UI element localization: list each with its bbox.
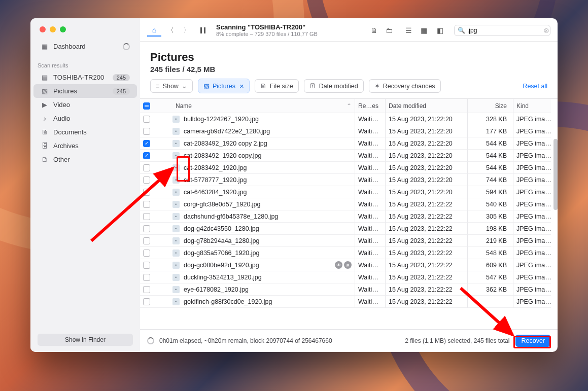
- file-kind: JPEG ima…: [513, 259, 551, 271]
- file-name: goldfinch-g88f30cd0e_1920.jpg: [184, 298, 272, 305]
- row-checkbox[interactable]: [143, 250, 150, 257]
- count-badge: 245: [113, 88, 130, 95]
- search-input-wrap[interactable]: 🔍 ⊗: [454, 25, 550, 36]
- sidebar-item-dashboard[interactable]: ▦ Dashboard: [33, 40, 137, 53]
- table-row[interactable]: ▪cat-2083492_1920.jpgWaiti…15 Aug 2023, …: [140, 162, 558, 174]
- file-name: bulldog-1224267_1920.jpg: [184, 116, 259, 123]
- maximize-icon[interactable]: [60, 26, 66, 32]
- sidebar-item-toshiba-tr200[interactable]: ▤TOSHIBA-TR200245: [33, 70, 137, 84]
- row-checkbox[interactable]: [143, 176, 150, 184]
- table-row[interactable]: ▪dachshund-gf6b45378e_1280.jpgWaiti…15 A…: [140, 210, 558, 223]
- table-row[interactable]: ▪bulldog-1224267_1920.jpgWaiti…15 Aug 20…: [140, 113, 558, 125]
- search-input[interactable]: [467, 27, 543, 34]
- show-in-finder-button[interactable]: Show in Finder: [38, 334, 133, 346]
- col-recovery[interactable]: Re…es: [355, 99, 386, 113]
- list-view-icon[interactable]: ☰: [401, 24, 416, 37]
- row-checkbox[interactable]: [143, 128, 150, 135]
- category-icon: ▤: [41, 74, 49, 81]
- minimize-icon[interactable]: [50, 26, 56, 32]
- file-name: eye-6178082_1920.jpg: [184, 286, 249, 293]
- folder-icon[interactable]: 🗀: [382, 24, 396, 37]
- picture-icon: ▧: [203, 82, 210, 90]
- select-all-checkbox[interactable]: [143, 102, 150, 110]
- table-row[interactable]: ▪cat-2083492_1920 copy 2.jpgWaiti…15 Aug…: [140, 137, 558, 150]
- date-modified: 15 Aug 2023, 21:22:22: [386, 247, 468, 259]
- sidebar-item-other[interactable]: 🗋Other: [33, 153, 137, 166]
- chevron-down-icon: ⌄: [182, 82, 187, 90]
- file-name: cat-5778777_1920.jpg: [184, 176, 247, 184]
- sidebar-item-documents[interactable]: 🗎Documents: [33, 125, 137, 139]
- file-icon[interactable]: 🗎: [367, 24, 381, 37]
- file-name: cat-6463284_1920.jpg: [184, 189, 247, 196]
- table-row[interactable]: ▪dog-g78b294a4a_1280.jpgWaiti…15 Aug 202…: [140, 235, 558, 247]
- table-row[interactable]: ▪duckling-3524213_1920.jpgWaiti…15 Aug 2…: [140, 271, 558, 283]
- recovery-status: Waiti…: [355, 235, 386, 247]
- table-row[interactable]: ▪cat-6463284_1920.jpgWaiti…15 Aug 2023, …: [140, 186, 558, 198]
- row-checkbox[interactable]: [143, 213, 150, 220]
- table-row[interactable]: ▪eye-6178082_1920.jpgWaiti…15 Aug 2023, …: [140, 283, 558, 296]
- col-name[interactable]: Name⌃: [167, 99, 355, 113]
- table-row[interactable]: ▪dog-g42dc43550_1280.jpgWaiti…15 Aug 202…: [140, 223, 558, 235]
- back-icon[interactable]: 〈: [163, 24, 178, 37]
- filter-filesize-chip[interactable]: 🗎 File size: [255, 79, 299, 93]
- table-row[interactable]: ▪dog-g835a57066_1920.jpgWaiti…15 Aug 202…: [140, 247, 558, 259]
- category-icon: ♪: [41, 115, 49, 122]
- scan-title: Scanning "TOSHIBA-TR200": [216, 23, 318, 31]
- count-badge: 245: [113, 74, 130, 81]
- row-checkbox[interactable]: [143, 298, 150, 305]
- table-row[interactable]: ▪cat-5778777_1920.jpgWaiti…15 Aug 2023, …: [140, 174, 558, 186]
- date-modified: 15 Aug 2023, 21:22:22: [386, 271, 468, 283]
- row-checkbox[interactable]: [143, 164, 150, 171]
- table-row[interactable]: ▪dog-gc080be92d_1920.jpg👁#Waiti…15 Aug 2…: [140, 259, 558, 271]
- reset-filters-link[interactable]: Reset all: [523, 83, 547, 90]
- row-checkbox[interactable]: [143, 274, 150, 281]
- file-name: dog-gc080be92d_1920.jpg: [184, 262, 259, 269]
- close-icon[interactable]: [40, 26, 46, 32]
- filter-recovery-chip[interactable]: ✶ Recovery chances: [369, 79, 441, 93]
- row-checkbox[interactable]: [143, 140, 150, 147]
- eye-icon: 👁: [335, 261, 342, 269]
- sidebar-item-audio[interactable]: ♪Audio: [33, 112, 137, 125]
- svg-rect-1: [204, 27, 205, 33]
- scrollbar[interactable]: [554, 139, 558, 210]
- status-elapsed: 0h01m elapsed, ~0h20m remain, block 2097…: [159, 337, 332, 344]
- recovery-status: Waiti…: [355, 162, 386, 174]
- row-checkbox[interactable]: [143, 201, 150, 208]
- table-row[interactable]: ▪goldfinch-g88f30cd0e_1920.jpgWaiti…15 A…: [140, 296, 558, 308]
- filter-date-chip[interactable]: 🗓 Date modified: [304, 79, 364, 93]
- col-checkbox[interactable]: [140, 99, 158, 113]
- sidebar-toggle-icon[interactable]: ◧: [433, 24, 447, 37]
- file-size: [468, 296, 513, 308]
- show-dropdown[interactable]: ≡ Show ⌄: [150, 79, 193, 93]
- content-header: Pictures 245 files / 42,5 MB: [140, 42, 558, 79]
- file-kind: JPEG ima…: [513, 186, 551, 198]
- forward-icon[interactable]: 〉: [180, 24, 194, 37]
- col-size[interactable]: Size: [468, 99, 513, 113]
- sidebar-item-pictures[interactable]: ▧Pictures245: [33, 84, 137, 98]
- row-checkbox[interactable]: [143, 262, 150, 269]
- row-checkbox[interactable]: [143, 286, 150, 293]
- row-checkbox[interactable]: [143, 189, 150, 196]
- sidebar-item-archives[interactable]: 🗄Archives: [33, 139, 137, 153]
- table-row[interactable]: ▪cat-2083492_1920 copy.jpgWaiti…15 Aug 2…: [140, 150, 558, 162]
- recover-button[interactable]: Recover: [515, 335, 550, 347]
- row-checkbox[interactable]: [143, 237, 150, 244]
- clear-search-icon[interactable]: ⊗: [543, 26, 549, 34]
- row-checkbox[interactable]: [143, 116, 150, 123]
- remove-filter-icon[interactable]: ×: [239, 82, 244, 90]
- filter-pictures-chip[interactable]: ▧ Pictures ×: [198, 79, 250, 93]
- pause-icon[interactable]: [196, 24, 210, 37]
- home-icon[interactable]: ⌂: [147, 24, 161, 37]
- col-kind[interactable]: Kind: [513, 99, 551, 113]
- table-row[interactable]: ▪camera-gb9d7422e2_1280.jpgWaiti…15 Aug …: [140, 125, 558, 137]
- toolbar: ⌂ 〈 〉 Scanning "TOSHIBA-TR200" 8% comple…: [140, 18, 558, 42]
- col-date[interactable]: Date modified: [386, 99, 468, 113]
- grid-view-icon[interactable]: ▦: [417, 24, 431, 37]
- spinner-icon: [147, 337, 154, 344]
- row-checkbox[interactable]: [143, 152, 150, 159]
- sidebar-item-video[interactable]: ▶Video: [33, 98, 137, 112]
- row-checkbox[interactable]: [143, 225, 150, 232]
- table-row[interactable]: ▪corgi-gfc38e0d57_1920.jpgWaiti…15 Aug 2…: [140, 198, 558, 210]
- calendar-icon: 🗓: [309, 82, 316, 90]
- file-name: dog-g42dc43550_1280.jpg: [184, 225, 259, 232]
